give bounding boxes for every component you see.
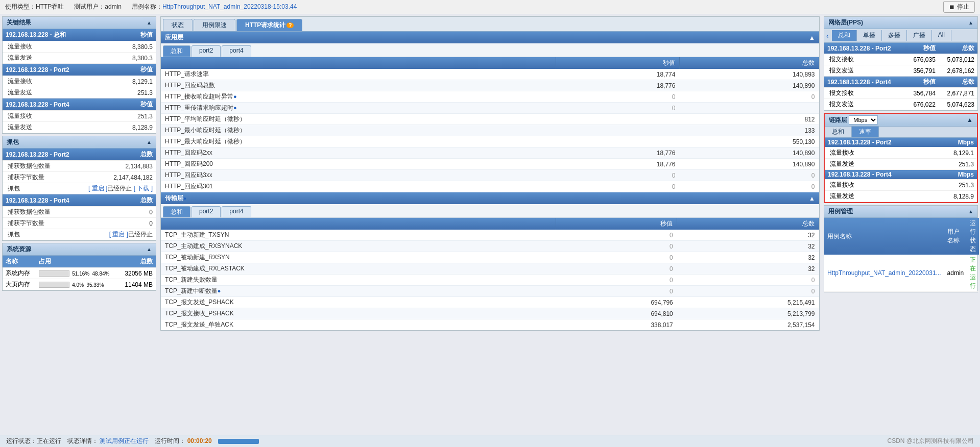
link-unit: Mbps (935, 170, 977, 180)
memory-progress-bar (39, 270, 69, 277)
pps-nav-left[interactable]: ‹ (826, 32, 829, 40)
info-icon[interactable]: ● (218, 288, 221, 294)
table-row: TCP_报文发送_单独ACK 338,017 2,537,154 (161, 319, 819, 331)
link-sub-tab-rate[interactable]: 速率 (852, 127, 879, 137)
main-layout: 关键结果 ▲ 192.168.13.228 - 总和 秒值 流量接收 8,380… (0, 14, 980, 435)
case-mgmt-title: 用例管理 (828, 207, 853, 216)
info-icon[interactable]: ● (233, 105, 237, 111)
app-sub-tab-sum[interactable]: 总和 (163, 45, 190, 57)
pps-tab-broadcast[interactable]: 广播 (907, 30, 932, 41)
pps-group-name: 192.168.13.228 - Port4 (824, 77, 905, 88)
table-row: 捕获数据包数量 0 (3, 207, 156, 218)
hugepage-progress-bar (39, 282, 69, 288)
link-unit-select[interactable]: Mbps Kbps Bps (849, 115, 878, 125)
tab-speed-limit[interactable]: 用例限速 (194, 19, 235, 31)
row-label: 报文发送 (824, 99, 905, 110)
case-mgmt-section: 用例管理 ▲ 用例名称 用户名称 运行状态 HttpThroughput_NAT… (824, 205, 978, 292)
row-label: HTTP_回应码200 (161, 159, 556, 170)
run-status: 运行状态：正在运行 (6, 437, 61, 445)
row-label: 流量发送 (825, 191, 935, 202)
table-row: 流量接收 251.3 (825, 180, 977, 191)
transport-sub-tab-port4[interactable]: port4 (222, 206, 251, 217)
center-tabs-section: 状态 用例限速 HTTP请求统计? 应用层 ▲ 总和 port2 port4 (160, 16, 820, 331)
row-value: 0 (79, 218, 156, 229)
transport-layer-title: 传输层● (165, 194, 186, 203)
pps-unit1: 秒值 (905, 43, 939, 54)
stop-button[interactable]: ⏹ 停止 (943, 1, 975, 13)
run-timer: 00:00:20 (187, 437, 212, 444)
tab-status[interactable]: 状态 (163, 19, 193, 31)
transport-layer-collapse[interactable]: ▲ (809, 195, 815, 202)
pps-tab-bar: 总和 单播 多播 广播 All (832, 30, 975, 41)
network-pps-collapse[interactable]: ▲ (968, 20, 973, 26)
pps-unit1: 秒值 (905, 77, 939, 88)
row-sec (556, 125, 679, 136)
row-label: 捕获数据包数量 (3, 207, 79, 218)
capture-collapse[interactable]: ▲ (147, 139, 152, 145)
row-label: TCP_报文发送_单独ACK (161, 319, 556, 331)
row-sec (556, 136, 679, 147)
group-name: 192.168.13.228 - Port2 (3, 148, 79, 161)
row-label: TCP_主动建成_RXSYNACK (161, 241, 556, 252)
row-label: TCP_主动新建_TXSYN (161, 230, 556, 241)
network-pps-header: 网络层(PPS) ▲ (824, 17, 977, 29)
group-name: 192.168.13.228 - 总和 (3, 29, 113, 41)
app-sub-tab-port4[interactable]: port4 (222, 45, 251, 57)
table-row: 流量发送 8,380.3 (3, 53, 156, 64)
link-layer-title: 链路层 Mbps Kbps Bps (829, 115, 878, 125)
table-row: HTTP_最小响应时延（微秒） 133 (161, 125, 819, 136)
row-sec: 0 (556, 230, 677, 241)
case-name-label: 用例名称：HttpThroughput_NAT_admin_20220318-1… (132, 3, 297, 11)
app-layer-scroll[interactable]: 秒值 总数 HTTP_请求速率 18,774 140,893 HTTP_回应码总… (161, 57, 819, 192)
tab-http-stats[interactable]: HTTP请求统计? (236, 19, 302, 31)
pps-tab-unicast[interactable]: 单播 (857, 30, 882, 41)
key-results-collapse[interactable]: ▲ (147, 20, 152, 26)
case-name-value: HttpThroughput_NAT_admin_20220318-15:03.… (162, 3, 297, 10)
pps-group-name: 192.168.13.228 - Port2 (824, 43, 905, 54)
case-mgmt-header: 用例管理 ▲ (824, 206, 977, 218)
row-label: TCP_报文发送_PSHACK (161, 297, 556, 308)
pps-tab-sum[interactable]: 总和 (832, 30, 857, 41)
table-row: 报文接收 356,784 2,677,871 (824, 88, 977, 99)
table-row: 捕获字节数量 0 (3, 218, 156, 229)
restart-link[interactable]: [ 重启 ] (88, 185, 107, 192)
table-row: 捕获数据包数量 2,134,883 (3, 161, 156, 172)
row-label: TCP_被动新建_RXSYN (161, 252, 556, 263)
right-panel: 网络层(PPS) ▲ ‹ 总和 单播 多播 广播 All 192.168.13.… (822, 14, 980, 435)
table-row: 192.168.13.228 - Port4 总数 (3, 194, 156, 207)
app-layer-collapse[interactable]: ▲ (809, 34, 815, 41)
transport-info-icon[interactable]: ● (183, 195, 186, 201)
sys-resource-collapse[interactable]: ▲ (147, 246, 152, 252)
download-link[interactable]: [ 下载 ] (134, 185, 153, 192)
app-sub-tab-port2[interactable]: port2 (192, 45, 221, 57)
table-row: 捕获字节数量 2,147,484,182 (3, 172, 156, 183)
row-value: 251.3 (935, 159, 977, 170)
row-sec: 18,776 (556, 159, 679, 170)
pps-tab-all[interactable]: All (932, 30, 951, 41)
group-name: 192.168.13.228 - Port4 (3, 194, 79, 207)
row-value: 251.3 (935, 180, 977, 191)
link-sub-tab-sum[interactable]: 总和 (825, 127, 852, 137)
info-icon[interactable]: ● (233, 93, 237, 100)
row-value: 8,380.5 (113, 41, 156, 53)
case-name-link[interactable]: HttpThroughput_NAT_admin_20220031... (827, 269, 941, 277)
restart-link2[interactable]: [ 重启 ] (109, 231, 128, 238)
row-label: 报文接收 (824, 54, 905, 65)
case-mgmt-collapse[interactable]: ▲ (968, 209, 973, 214)
pps-tab-multicast[interactable]: 多播 (882, 30, 907, 41)
link-unit: Mbps (935, 138, 977, 147)
use-type-label: 使用类型：HTTP吞吐 (5, 3, 64, 11)
row-sec: 0 (556, 241, 677, 252)
key-results-title: 关键结果 (7, 18, 31, 27)
row-total: 140,890 (679, 80, 819, 91)
transport-sub-tab-sum[interactable]: 总和 (163, 206, 190, 217)
transport-sub-tab-port2[interactable]: port2 (192, 206, 221, 217)
transport-layer-scroll[interactable]: 秒值 总数 TCP_主动新建_TXSYN 0 32 TCP_主动建成_RXSYN… (161, 218, 819, 330)
link-layer-collapse[interactable]: ▲ (967, 116, 973, 123)
row-sec: 18,774 (556, 69, 679, 80)
status-detail-link[interactable]: 测试用例正在运行 (100, 437, 149, 444)
row-sec: 0 (556, 263, 677, 275)
table-row: TCP_报文发送_PSHACK 694,796 5,215,491 (161, 297, 819, 308)
row-value: 0 (79, 207, 156, 218)
table-row: TCP_被动新建_RXSYN 0 32 (161, 252, 819, 263)
